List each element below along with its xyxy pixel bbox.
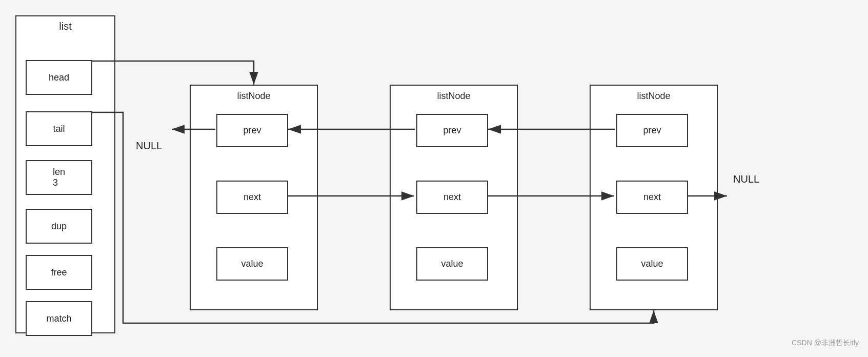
list-container: list head tail len3 dup free match <box>15 15 115 333</box>
listnode-3-value: value <box>616 247 688 281</box>
listnode-2-next: next <box>416 181 488 214</box>
null-right: NULL <box>733 173 759 185</box>
list-field-tail: tail <box>26 111 92 146</box>
listnode-2-value: value <box>416 247 488 281</box>
null-left: NULL <box>136 140 162 152</box>
listnode-3-next: next <box>616 181 688 214</box>
csdn-label: CSDN @非洲哲长itly <box>792 339 859 348</box>
diagram-container: list head tail len3 dup free match listN… <box>0 0 868 357</box>
list-field-free: free <box>26 255 92 290</box>
listnode-3: listNode prev next value <box>590 85 718 310</box>
listnode-3-label: listNode <box>591 91 717 102</box>
list-field-head: head <box>26 60 92 95</box>
listnode-2-prev: prev <box>416 114 488 147</box>
list-label: list <box>16 21 114 32</box>
listnode-1-value: value <box>216 247 288 281</box>
listnode-1-next: next <box>216 181 288 214</box>
listnode-1-prev: prev <box>216 114 288 147</box>
listnode-2-label: listNode <box>391 91 517 102</box>
listnode-1: listNode prev next value <box>190 85 318 310</box>
list-field-len: len3 <box>26 160 92 195</box>
list-field-match: match <box>26 301 92 336</box>
listnode-1-label: listNode <box>191 91 317 102</box>
listnode-2: listNode prev next value <box>390 85 518 310</box>
list-field-dup: dup <box>26 209 92 244</box>
listnode-3-prev: prev <box>616 114 688 147</box>
